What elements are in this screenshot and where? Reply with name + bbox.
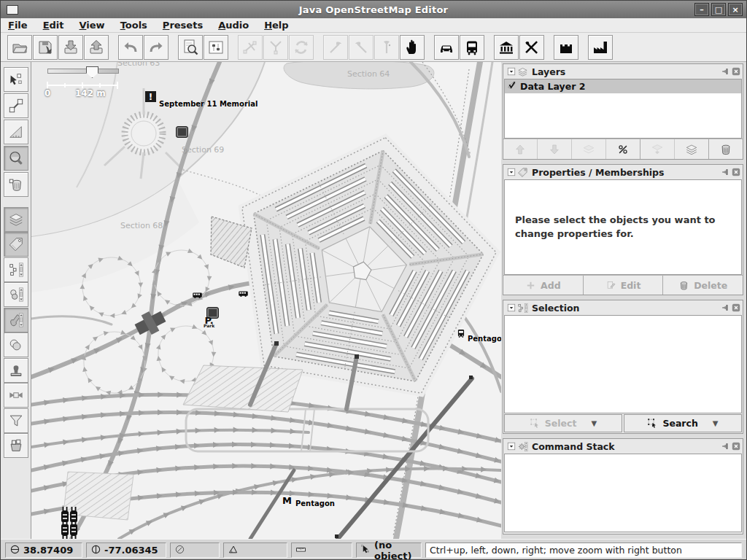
upload-icon [88,39,105,56]
selection-panel-icon [517,303,528,314]
selection-list-icon [517,303,528,314]
search-preferences-button[interactable] [178,35,203,60]
layer-trash-button[interactable] [709,139,743,159]
tags-tool-button[interactable] [4,232,28,257]
tool-axe-2-button[interactable] [349,35,374,60]
layer-opacity-button[interactable] [606,139,640,159]
tool-axe-3-button[interactable] [374,35,399,60]
measure-tool-button[interactable] [4,120,28,144]
trash-icon [678,280,689,291]
edit-button[interactable]: Edit [584,276,664,295]
pin-icon [721,303,730,312]
preferences-toggles-button[interactable] [204,35,228,60]
open-folder-button[interactable] [7,35,32,60]
collapse-icon[interactable] [507,168,516,176]
collapse-icon[interactable] [507,442,516,451]
layer-row[interactable]: Data Layer 2 [505,79,741,93]
heading-icon [174,544,185,557]
selection-list-tool-button[interactable] [4,257,28,282]
pin-icon[interactable] [721,168,730,176]
map-label-section-63: Section 63 [117,62,160,68]
restaurant-icon [523,39,541,56]
relation-list-tool-button[interactable] [4,282,28,307]
download-button[interactable] [58,35,83,60]
conflict-tool-button[interactable] [4,383,28,408]
menu-help[interactable]: Help [264,20,288,31]
edit-toolbar [1,62,31,539]
menu-edit[interactable]: Edit [43,20,64,31]
menu-tools[interactable]: Tools [120,20,147,31]
zoom-tool-button[interactable] [4,146,28,171]
collapse-icon [507,442,516,451]
bus-button[interactable] [460,35,484,60]
move-tool-button[interactable] [4,67,28,92]
panel-close-icon[interactable] [732,303,740,312]
mappaint-tool-button[interactable] [4,308,28,332]
filter-tool-button[interactable] [4,408,28,433]
panel-close-icon[interactable] [732,67,740,76]
preferences-toggles-icon [207,39,225,56]
selection-list-icon [8,262,24,278]
tool-axe-1-button[interactable] [323,35,348,60]
tags-icon [517,167,528,178]
layer-visible-icon[interactable] [506,79,518,93]
pin-icon[interactable] [721,442,730,451]
upload-button[interactable] [84,35,109,60]
layer-merge-down-button[interactable] [640,139,675,159]
minimize-button[interactable]: – [694,3,709,16]
undo-button[interactable] [118,35,143,60]
layers-list-tool-button[interactable] [4,207,28,232]
delete-tool-button[interactable] [4,172,28,197]
collapse-icon[interactable] [507,67,516,76]
history-tool-button[interactable] [4,358,28,383]
redo-icon [147,39,165,56]
maximize-button[interactable]: □ [711,3,726,16]
redo-button[interactable] [144,35,169,60]
unglue-ways-button[interactable] [238,35,263,60]
merge-ways-button[interactable] [263,35,288,60]
hand-button[interactable] [400,35,425,60]
hand-icon [403,39,421,56]
panel-close-icon[interactable] [732,442,740,451]
map-canvas[interactable] [31,62,501,539]
factory-button[interactable] [588,35,613,60]
save-button[interactable] [33,35,58,60]
layer-duplicate-button[interactable] [675,139,709,159]
properties-panel: Properties / Memberships Please select t… [503,164,743,295]
josm-window: Java OpenStreetMap Editor – □ × FileEdit… [0,0,747,560]
menu-view[interactable]: View [80,20,105,31]
changeset-tool-button[interactable] [4,433,28,458]
close-button[interactable]: × [728,3,743,16]
sync-button[interactable] [289,35,314,60]
layer-up-button[interactable] [503,139,538,159]
collapse-icon[interactable] [507,303,516,312]
car-button[interactable] [434,35,459,60]
castle-button[interactable] [554,35,578,60]
zoom-slider[interactable] [47,69,119,74]
layer-down-button[interactable] [538,139,572,159]
save-icon [36,39,54,56]
select-button[interactable]: Select▼ [504,414,622,432]
down-icon [548,143,561,156]
pin-icon[interactable] [721,303,730,312]
restaurant-button[interactable] [519,35,544,60]
selection-list[interactable] [504,315,742,413]
bus-stop-label: Pentagon [468,335,501,343]
title-bar[interactable]: Java OpenStreetMap Editor – □ × [1,1,746,18]
metro-station-icon: M [282,495,292,506]
layer-merge-layers-button[interactable] [572,139,606,159]
pin-icon[interactable] [721,67,730,76]
draw-node-tool-button[interactable] [4,93,28,118]
delete-button[interactable]: Delete [663,276,743,295]
merge-down-icon [651,143,664,156]
add-button[interactable]: Add [503,276,584,295]
menu-file[interactable]: File [8,20,28,31]
menu-audio[interactable]: Audio [218,20,249,31]
search-button[interactable]: Search▼ [624,414,742,432]
map-label-section-69: Section 69 [182,145,224,155]
relations-tool-button[interactable] [4,332,28,357]
panel-close-icon[interactable] [732,168,740,176]
memorial-icon: ! [145,91,156,102]
bank-button[interactable] [494,35,519,60]
menu-presets[interactable]: Presets [163,20,203,31]
